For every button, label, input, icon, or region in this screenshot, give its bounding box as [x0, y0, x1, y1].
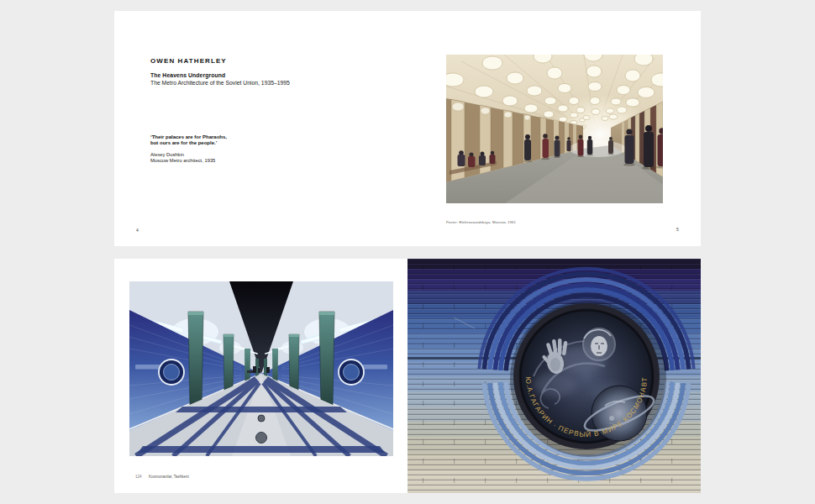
book-subtitle: The Metro Architecture of the Soviet Uni…: [150, 80, 290, 86]
epigraph-source-role: Moscow Metro architect, 1935: [150, 158, 215, 164]
photo-caption: Kosmonavtlar, Tashkent: [149, 475, 189, 479]
book-spread-preview: { "top_spread": { "author": "OWEN HATHER…: [0, 0, 815, 504]
epigraph-attribution: Alexey Dushkin Moscow Metro architect, 1…: [150, 152, 215, 164]
author-heading: OWEN HATHERLEY: [150, 57, 227, 65]
photo-caption-row: 124Kosmonavtlar, Tashkent: [135, 475, 189, 479]
plate-caption: Poster: Elektrozavodskaya, Moscow, 1961: [446, 220, 516, 224]
epigraph-line-2: but ours are for the people.’: [150, 140, 227, 146]
page-number-left: 4: [136, 228, 139, 233]
photo-gagarin-medallion: Ю.А.ГАГАРИН · ПЕРВЫЙ В МИРЕ КОСМОНАВТ: [408, 259, 701, 493]
epigraph: ‘Their palaces are for Pharaohs, but our…: [150, 134, 227, 146]
cosmonaut-face: [583, 328, 615, 360]
kosmonavtlar-hall-illustration: [129, 281, 393, 456]
epigraph-line-1: ‘Their palaces are for Pharaohs,: [150, 134, 227, 140]
photo-kosmonavtlar-hall: [129, 281, 393, 456]
book-title: The Heavens Underground: [150, 72, 225, 78]
plate-image-elektrozavodskaya: [446, 55, 663, 203]
page-number-right: 5: [676, 227, 679, 232]
photo-caption-page-number: 124: [135, 475, 149, 479]
epigraph-source-name: Alexey Dushkin: [150, 152, 215, 158]
gagarin-medallion-illustration: Ю.А.ГАГАРИН · ПЕРВЫЙ В МИРЕ КОСМОНАВТ: [408, 259, 701, 493]
elektrozavodskaya-illustration: [446, 55, 663, 203]
medallion-disc: Ю.А.ГАГАРИН · ПЕРВЫЙ В МИРЕ КОСМОНАВТ: [510, 301, 666, 457]
page-spread-title: OWEN HATHERLEY The Heavens Underground T…: [114, 11, 701, 246]
page-spread-photos: 124Kosmonavtlar, Tashkent: [114, 259, 701, 493]
